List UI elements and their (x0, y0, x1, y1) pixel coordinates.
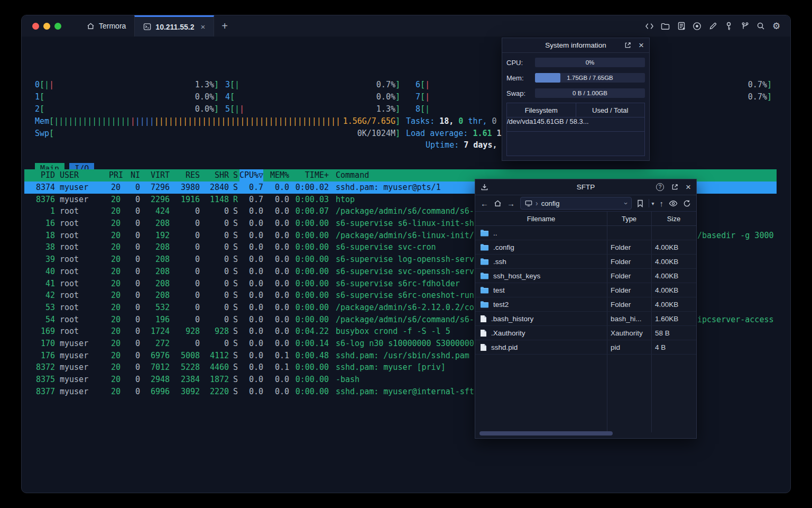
file-type-cell: bash_hi... (607, 315, 651, 323)
process-cell: 0 (200, 289, 229, 302)
key-icon[interactable] (724, 22, 733, 31)
process-cell: 0.0 (239, 350, 263, 362)
filesystem-row[interactable]: /dev/vda145.61GB / 58.3... (507, 117, 644, 132)
col-mem[interactable]: MEM% (263, 169, 289, 182)
process-cell: root (60, 217, 109, 230)
tab-termora[interactable]: Termora (78, 15, 134, 37)
close-window-button[interactable] (32, 23, 39, 30)
folder-icon[interactable] (661, 22, 670, 31)
file-name-label: ssh_host_keys (493, 272, 540, 280)
chevron-down-icon[interactable]: › (622, 202, 630, 204)
settings-gear-icon[interactable]: ⚙ (772, 22, 781, 31)
download-icon[interactable] (481, 183, 488, 191)
folder-icon (480, 243, 489, 251)
sftp-header: SFTP ? × (475, 179, 696, 195)
process-cell: 0.0 (239, 253, 263, 266)
branch-icon[interactable] (740, 22, 749, 31)
process-cell: S (229, 253, 239, 266)
file-row[interactable]: .sshFolder4.00KB (475, 255, 696, 269)
popout-icon[interactable] (624, 42, 631, 49)
file-row[interactable]: .XauthorityXauthority58 B (475, 326, 696, 340)
col-s[interactable]: S (229, 169, 239, 182)
file-type-cell: Folder (607, 301, 651, 309)
meter-open-bracket: [ (230, 103, 235, 115)
system-information-panel: System information × CPU:0%Mem:1.75GB / … (502, 38, 650, 161)
col-time[interactable]: TIME+ (289, 169, 329, 182)
tab-close-icon[interactable]: × (201, 22, 206, 31)
meter-open-bracket: [ (40, 91, 44, 103)
file-row[interactable]: .bash_historybash_hi...1.60KB (475, 312, 696, 326)
file-name-cell: .Xauthority (475, 329, 607, 337)
tab-session[interactable]: 10.211.55.2 × (134, 15, 214, 37)
home-icon[interactable] (494, 199, 502, 207)
cpu-meter-5: 5[||1.3%] (225, 103, 400, 115)
col-user[interactable]: USER (60, 169, 109, 182)
file-row[interactable]: sshd.pidpid4 B (475, 340, 696, 355)
file-row[interactable]: test2Folder4.00KB (475, 297, 696, 312)
process-cell: 0.1 (263, 350, 289, 362)
close-icon[interactable]: × (639, 41, 644, 50)
minimize-window-button[interactable] (43, 23, 50, 30)
forward-icon[interactable]: → (507, 199, 515, 208)
process-cell: 0.0 (239, 302, 263, 314)
back-icon[interactable]: ← (481, 199, 488, 208)
col-cpu-sorted[interactable]: CPU%▽ (239, 169, 263, 182)
col-shr[interactable]: SHR (200, 169, 229, 182)
meter-close-bracket: ] (767, 79, 772, 91)
tasks-line: Tasks: 18, 0 thr, 0 (406, 115, 497, 128)
parent-dir-icon[interactable]: ↑ (660, 199, 664, 208)
search-icon[interactable] (756, 22, 765, 31)
horizontal-scrollbar[interactable] (479, 431, 613, 436)
size-column[interactable]: Size (651, 212, 696, 225)
process-cell: 0.0 (263, 386, 289, 398)
process-cell: 6976 (140, 350, 170, 362)
process-cell: 7296 (140, 182, 170, 194)
help-icon[interactable]: ? (656, 183, 664, 191)
path-breadcrumb[interactable]: › config › (520, 197, 632, 210)
fs-col-used-total[interactable]: Used / Total (576, 103, 645, 117)
notes-icon[interactable] (677, 22, 686, 31)
new-tab-button[interactable]: + (214, 15, 235, 37)
meter-label: Swp (35, 128, 49, 140)
process-cell: 20 (109, 314, 121, 326)
popout-icon[interactable] (671, 184, 678, 190)
record-icon[interactable] (693, 22, 702, 31)
fs-col-filesystem[interactable]: Filesystem (507, 103, 576, 117)
process-cell: myuser (60, 386, 109, 398)
load-average-line: Load average: 1.61 1 (406, 128, 502, 140)
file-row[interactable]: testFolder4.00KB (475, 283, 696, 297)
show-hidden-eye-icon[interactable] (669, 200, 678, 207)
type-column[interactable]: Type (607, 212, 651, 225)
file-table-header[interactable]: Filename Type Size (475, 212, 696, 226)
process-cell: 0 (200, 217, 229, 230)
text-segment: Load average: (406, 128, 473, 140)
file-row[interactable]: .. (475, 226, 696, 240)
process-cell: 0.0 (239, 386, 263, 398)
file-name-label: .ssh (493, 258, 506, 266)
process-cell: 20 (109, 386, 121, 398)
process-cell: 20 (109, 182, 121, 194)
process-cell: 272 (140, 338, 170, 350)
meter-close-bracket: ] (395, 91, 400, 103)
file-row[interactable]: .configFolder4.00KB (475, 240, 696, 255)
process-cell: 0 (121, 217, 140, 230)
titlebar-actions: ⚙ (645, 15, 790, 37)
col-pid[interactable]: PID (24, 169, 55, 182)
zoom-window-button[interactable] (54, 23, 61, 30)
edit-icon[interactable] (708, 22, 717, 31)
process-cell: 0:00.00 (289, 266, 329, 278)
folder-icon (480, 272, 489, 279)
col-virt[interactable]: VIRT (140, 169, 170, 182)
col-ni[interactable]: NI (121, 169, 140, 182)
close-icon[interactable]: × (686, 183, 691, 192)
filename-column[interactable]: Filename (475, 212, 607, 225)
bookmark-icon[interactable] (637, 199, 643, 207)
code-icon[interactable] (645, 22, 654, 31)
bookmark-caret-icon[interactable]: ▾ (651, 201, 654, 206)
col-res[interactable]: RES (170, 169, 200, 182)
refresh-icon[interactable] (683, 199, 691, 207)
process-cell: S (229, 314, 239, 326)
col-pri[interactable]: PRI (109, 169, 121, 182)
process-cell: 6996 (140, 386, 170, 398)
file-row[interactable]: ssh_host_keysFolder4.00KB (475, 269, 696, 283)
